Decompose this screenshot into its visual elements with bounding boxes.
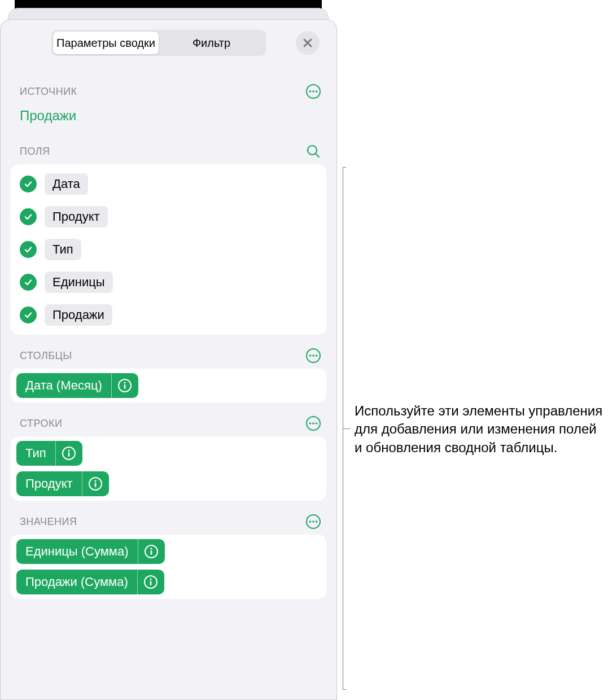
section-header-values: Значения	[11, 501, 326, 535]
field-row[interactable]: Продукт	[11, 200, 326, 233]
value-chip[interactable]: Продажи (Сумма)	[16, 570, 164, 594]
fields-search-button[interactable]	[305, 143, 322, 160]
chip-info-button[interactable]	[55, 441, 82, 466]
svg-point-16	[316, 422, 318, 425]
svg-point-18	[68, 449, 70, 451]
section-title-fields: Поля	[20, 146, 50, 158]
columns-dropzone[interactable]: Дата (Месяц)	[11, 369, 326, 403]
checkmark-icon	[24, 245, 33, 254]
row-chip[interactable]: Тип	[16, 441, 82, 466]
checkmark-icon	[24, 180, 33, 189]
value-chip[interactable]: Единицы (Сумма)	[16, 539, 165, 564]
field-checkbox[interactable]	[20, 274, 37, 291]
source-name[interactable]: Продажи	[11, 104, 326, 130]
svg-point-25	[312, 520, 314, 523]
info-icon	[144, 544, 159, 559]
field-label: Дата	[45, 173, 88, 195]
tab-pivot-options[interactable]: Параметры сводки	[53, 32, 159, 54]
svg-rect-19	[68, 452, 70, 457]
tab-filter[interactable]: Фильтр	[159, 32, 264, 54]
svg-rect-22	[95, 483, 97, 487]
field-checkbox[interactable]	[20, 208, 37, 225]
field-label: Тип	[45, 239, 81, 260]
svg-rect-12	[124, 384, 126, 389]
columns-more-button[interactable]	[305, 347, 322, 364]
chip-label: Тип	[16, 441, 55, 466]
search-icon	[306, 144, 321, 159]
section-header-columns: Столбцы	[11, 335, 326, 369]
svg-point-11	[124, 382, 126, 383]
svg-point-14	[309, 422, 312, 425]
svg-point-2	[312, 90, 314, 93]
svg-point-24	[309, 520, 312, 523]
close-button[interactable]	[296, 31, 320, 55]
more-icon	[305, 348, 321, 364]
section-title-source: Источник	[20, 86, 77, 98]
field-label: Продажи	[45, 304, 112, 326]
segmented-control: Параметры сводки Фильтр	[51, 30, 266, 56]
info-icon	[88, 476, 103, 491]
section-title-rows: Строки	[20, 418, 62, 430]
svg-point-31	[150, 578, 152, 580]
svg-point-8	[312, 355, 314, 357]
svg-point-7	[309, 355, 312, 357]
callout-leader	[343, 428, 351, 429]
fields-list: Дата Продукт Тип Единицы Продажи	[11, 164, 326, 335]
svg-point-1	[309, 90, 312, 93]
chip-label: Продажи (Сумма)	[16, 570, 137, 594]
info-icon	[143, 575, 158, 589]
field-checkbox[interactable]	[20, 241, 37, 258]
chip-info-button[interactable]	[82, 471, 109, 496]
more-icon	[305, 415, 321, 431]
svg-line-5	[316, 154, 319, 157]
field-row[interactable]: Продажи	[11, 299, 326, 331]
svg-point-15	[312, 422, 314, 425]
svg-point-26	[316, 520, 318, 523]
section-title-columns: Столбцы	[20, 350, 72, 362]
checkmark-icon	[24, 310, 33, 320]
field-checkbox[interactable]	[20, 176, 37, 193]
chip-label: Дата (Месяц)	[16, 373, 111, 398]
panel-header: Параметры сводки Фильтр	[11, 30, 326, 60]
section-header-source: Источник	[11, 60, 326, 104]
section-header-rows: Строки	[11, 403, 326, 436]
svg-point-21	[94, 480, 96, 482]
checkmark-icon	[24, 278, 33, 287]
more-icon	[305, 514, 321, 530]
section-header-fields: Поля	[11, 130, 326, 164]
chip-info-button[interactable]	[137, 570, 164, 594]
chip-label: Продукт	[16, 471, 82, 496]
values-more-button[interactable]	[305, 513, 322, 530]
values-dropzone[interactable]: Единицы (Сумма) Продажи (Сумма)	[11, 535, 326, 599]
source-more-button[interactable]	[305, 83, 322, 100]
field-label: Единицы	[45, 272, 113, 293]
callout-text: Используйте эти элементы управления для …	[355, 402, 603, 457]
chip-label: Единицы (Сумма)	[16, 539, 138, 564]
info-icon	[62, 446, 76, 461]
checkmark-icon	[24, 212, 33, 221]
field-row[interactable]: Единицы	[11, 266, 326, 299]
svg-rect-29	[151, 550, 152, 555]
rows-more-button[interactable]	[305, 415, 322, 432]
pivot-options-panel: Параметры сводки Фильтр Источник Продажи…	[0, 19, 337, 700]
svg-rect-32	[150, 581, 152, 585]
chip-info-button[interactable]	[138, 539, 165, 564]
section-title-values: Значения	[20, 516, 77, 528]
chip-info-button[interactable]	[111, 373, 138, 398]
svg-point-9	[316, 355, 318, 357]
column-chip[interactable]: Дата (Месяц)	[16, 373, 138, 398]
svg-point-3	[316, 90, 318, 93]
close-icon	[303, 38, 313, 48]
rows-dropzone[interactable]: Тип Продукт	[11, 436, 326, 501]
field-checkbox[interactable]	[20, 307, 37, 323]
more-icon	[305, 84, 321, 99]
info-icon	[117, 378, 132, 393]
svg-point-28	[150, 548, 152, 549]
field-label: Продукт	[45, 206, 108, 228]
row-chip[interactable]: Продукт	[16, 471, 109, 496]
field-row[interactable]: Дата	[11, 168, 326, 200]
field-row[interactable]: Тип	[11, 233, 326, 266]
